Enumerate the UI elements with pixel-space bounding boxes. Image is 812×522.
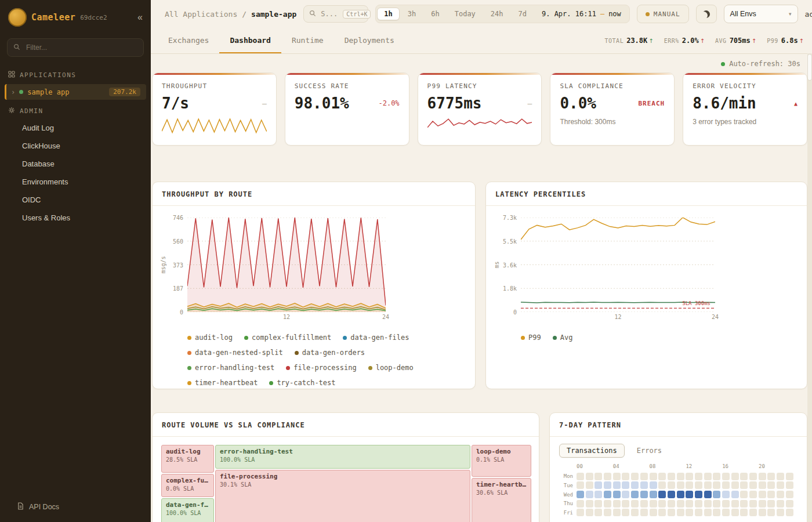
legend-label: error-handling-test: [195, 364, 274, 372]
time-range-3h[interactable]: 3h: [401, 8, 423, 20]
legend-item-loop-demo[interactable]: loop-demo: [368, 364, 414, 372]
legend-dot-icon: [269, 381, 273, 385]
kpi-delta: -2.0%: [378, 99, 399, 107]
legend-item-try-catch-test[interactable]: try-catch-test: [269, 379, 335, 387]
tab-runtime[interactable]: Runtime: [281, 28, 334, 53]
auto-refresh-label: Auto-refresh: 30s: [729, 60, 800, 68]
heatmap-cell: [767, 473, 775, 480]
treemap-cell-timer-heartbeat[interactable]: timer-heartbeat30.6% SLA: [472, 478, 531, 522]
tab-exchanges[interactable]: Exchanges: [158, 28, 219, 53]
sidebar-item-clickhouse[interactable]: ClickHouse: [0, 137, 151, 155]
app-root: Cameleer 69dcce2 « APPLICATIONS › sample…: [0, 0, 812, 522]
treemap-cell-loop-demo[interactable]: loop-demo0.1% SLA: [472, 445, 531, 477]
heatmap-cell: [704, 481, 712, 489]
seven-day-pattern-panel: 7-DAY PATTERN Transactions Errors 000408…: [549, 412, 807, 522]
heatmap-cell: [668, 509, 675, 516]
sidebar-filter: [7, 38, 144, 57]
charts-row: THROUGHPUT BY ROUTE msg/s 7465603731870 …: [152, 182, 807, 389]
status-dot-icon: [19, 90, 23, 94]
legend-label: complex-fulfillment: [252, 334, 331, 342]
legend-item-data-gen-orders[interactable]: data-gen-orders: [295, 349, 365, 357]
treemap-cell-file-processing[interactable]: file-processing30.1% SLA: [215, 470, 470, 522]
heatmap-hour-label: 12: [686, 463, 692, 469]
breadcrumb-root[interactable]: All Applications: [165, 10, 237, 19]
heatmap-cell: [594, 509, 602, 516]
dark-mode-toggle[interactable]: [696, 5, 717, 23]
tab-deployments[interactable]: Deployments: [334, 28, 405, 53]
scrollbar-track[interactable]: [807, 53, 812, 522]
filter-input[interactable]: [25, 43, 137, 52]
treemap-cell-data-gen-files[interactable]: data-gen-files100.0% SLA: [161, 498, 214, 522]
applications-header-label: APPLICATIONS: [20, 71, 76, 79]
tabs-bar: ExchangesDashboardRuntimeDeployments TOT…: [151, 28, 812, 54]
toggle-errors[interactable]: Errors: [629, 444, 669, 458]
treemap-cell-error-handling-test[interactable]: error-handling-test100.0% SLA: [215, 445, 470, 469]
sidebar-item-database[interactable]: Database: [0, 155, 151, 173]
legend-item-Avg[interactable]: Avg: [553, 334, 573, 342]
treemap-cell-sla: 100.0% SLA: [220, 456, 466, 463]
legend-item-file-processing[interactable]: file-processing: [286, 364, 356, 372]
legend-dot-icon: [187, 351, 191, 355]
x-axis-tick: 24: [712, 314, 719, 320]
latency-percentiles-panel: LATENCY PERCENTILES ms 7.3k5.5k3.6k1.8k0…: [485, 182, 807, 389]
time-range-6h[interactable]: 6h: [424, 8, 446, 20]
route-volume-sla-panel: ROUTE VOLUME VS SLA COMPLIANCE audit-log…: [152, 412, 539, 522]
kpi-accent-bar: [683, 73, 807, 75]
y-axis-tick: 5.5k: [503, 238, 517, 245]
heatmap-cells: [577, 509, 793, 516]
sidebar-item-oidc[interactable]: OIDC: [0, 191, 151, 209]
legend-dot-icon: [368, 366, 372, 370]
legend-item-audit-log[interactable]: audit-log: [187, 334, 233, 342]
time-range-7d[interactable]: 7d: [512, 8, 534, 20]
tab-dashboard[interactable]: Dashboard: [219, 28, 281, 53]
treemap-cell-complex-fulfillment[interactable]: complex-fulfillment0.0% SLA: [161, 474, 214, 497]
treemap-cell-sla: 28.5% SLA: [166, 456, 209, 463]
sidebar-item-api-docs[interactable]: API Docs: [0, 493, 151, 522]
y-axis: 7.3k5.5k3.6k1.8k0: [501, 217, 521, 312]
sample-app-count-badge: 207.2k: [109, 88, 140, 96]
heatmap-day-label: Tue: [559, 483, 573, 488]
y-axis-title: ms: [492, 217, 501, 312]
kpi-title: P99 LATENCY: [427, 82, 532, 90]
global-search[interactable]: Ctrl+K: [303, 5, 368, 23]
x-axis-tick: 12: [283, 314, 290, 320]
time-range-24h[interactable]: 24h: [484, 8, 510, 20]
legend-item-data-gen-nested-split[interactable]: data-gen-nested-split: [187, 349, 283, 357]
toggle-transactions[interactable]: Transactions: [559, 444, 625, 458]
legend-item-P99[interactable]: P99: [521, 334, 541, 342]
legend-item-timer-heartbeat[interactable]: timer-heartbeat: [187, 379, 258, 387]
search-icon: [13, 42, 20, 53]
api-docs-label: API Docs: [29, 503, 59, 511]
scrollbar-thumb[interactable]: [808, 55, 811, 80]
sidebar-collapse-button[interactable]: «: [137, 13, 143, 22]
stat-err: ERR%2.0%↑: [664, 37, 705, 45]
x-axis: 1224: [187, 314, 386, 323]
applications-section-header: APPLICATIONS: [0, 65, 151, 83]
time-range-today[interactable]: Today: [448, 8, 483, 20]
y-axis-title: msg/s: [158, 217, 168, 312]
sidebar-item-sample-app[interactable]: › sample app 207.2k: [5, 84, 146, 100]
legend-item-error-handling-test[interactable]: error-handling-test: [187, 364, 274, 372]
throughput-sparkline: [162, 116, 267, 140]
time-range-1h[interactable]: 1h: [377, 8, 399, 20]
sidebar-item-audit-log[interactable]: Audit Log: [0, 119, 151, 137]
user-menu[interactable]: admin: [805, 10, 812, 19]
heatmap-row-thu: Thu: [559, 500, 798, 507]
heatmap-cell: [704, 491, 712, 498]
throughput-by-route-panel: THROUGHPUT BY ROUTE msg/s 7465603731870 …: [152, 182, 476, 389]
treemap-cell-audit-log[interactable]: audit-log28.5% SLA: [161, 445, 214, 473]
topbar-right-cluster: MANUAL All Envs ▾ admin: [637, 5, 812, 23]
search-input[interactable]: [320, 9, 339, 19]
heatmap-cell: [767, 491, 775, 498]
manual-refresh-button[interactable]: MANUAL: [637, 5, 689, 23]
kpi-value: 98.01%: [295, 95, 349, 112]
heatmap-day-label: Wed: [559, 492, 573, 498]
sidebar-item-users-roles[interactable]: Users & Roles: [0, 209, 151, 227]
legend-item-complex-fulfillment[interactable]: complex-fulfillment: [244, 334, 331, 342]
heatmap-cell: [650, 491, 657, 498]
legend-item-data-gen-files[interactable]: data-gen-files: [343, 334, 409, 342]
sidebar-item-environments[interactable]: Environments: [0, 173, 151, 191]
heatmap-cell: [650, 500, 657, 507]
env-selector[interactable]: All Envs ▾: [724, 5, 798, 23]
legend-dot-icon: [295, 351, 299, 355]
